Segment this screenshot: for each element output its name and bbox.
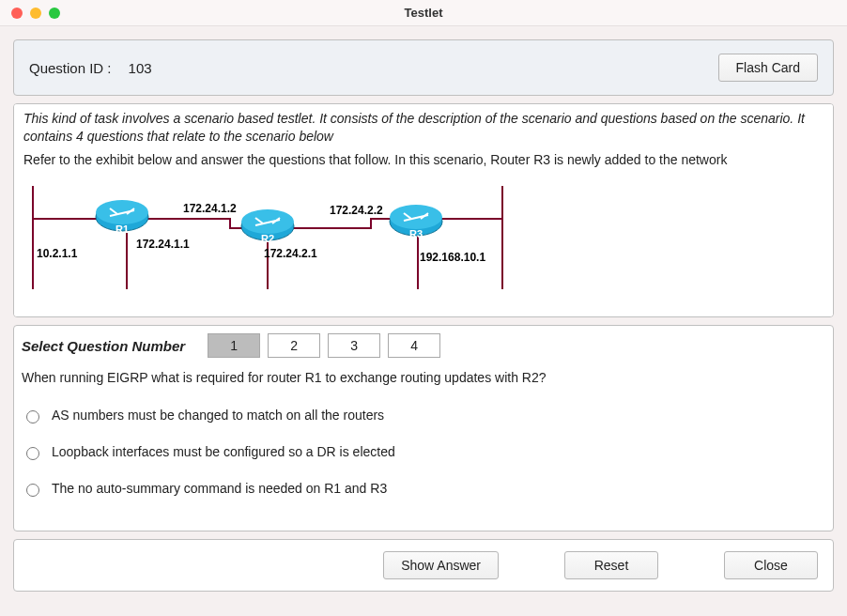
option-row[interactable]: Loopback interfaces must be configured s… [22, 444, 825, 460]
question-id-value: 103 [129, 60, 152, 76]
minimize-window-icon[interactable] [30, 8, 41, 19]
question-id-row: Question ID : 103 [29, 60, 152, 76]
content-area: Question ID : 103 Flash Card This kind o… [0, 26, 847, 616]
ip-r1-right: 172.24.1.1 [136, 238, 190, 251]
question-panel[interactable]: Select Question Number 1 2 3 4 When runn… [13, 325, 834, 531]
option-text-2: Loopback interfaces must be configured s… [52, 444, 395, 459]
reset-button[interactable]: Reset [564, 551, 658, 579]
close-button[interactable]: Close [724, 551, 818, 579]
option-radio-2[interactable] [26, 447, 39, 460]
question-header-panel: Question ID : 103 Flash Card [13, 39, 834, 96]
router-r1-icon: R1 [96, 200, 148, 235]
router-r3-icon: R3 [390, 205, 442, 239]
option-text-1: AS numbers must be changed to match on a… [52, 408, 384, 423]
question-number-row: Select Question Number 1 2 3 4 [22, 333, 825, 358]
option-radio-1[interactable] [26, 410, 39, 424]
flash-card-button[interactable]: Flash Card [718, 54, 818, 82]
question-id-label: Question ID : [29, 60, 112, 76]
window-controls [0, 8, 60, 19]
option-row[interactable]: AS numbers must be changed to match on a… [22, 408, 825, 424]
router-r3-label: R3 [409, 228, 423, 239]
scenario-refer-text: Refer to the exhibit below and answer th… [23, 151, 824, 169]
titlebar: Testlet [0, 0, 847, 26]
question-text: When running EIGRP what is required for … [22, 369, 825, 387]
ip-r2-left: 172.24.1.2 [183, 202, 237, 215]
tab-question-3[interactable]: 3 [328, 333, 380, 358]
router-r2-icon: R2 [241, 209, 294, 244]
tab-question-2[interactable]: 2 [268, 333, 320, 358]
router-r1-label: R1 [116, 223, 129, 235]
ip-r1-left: 10.2.1.1 [37, 247, 78, 260]
ip-r3-left: 172.24.2.2 [330, 204, 383, 217]
option-radio-3[interactable] [26, 484, 39, 497]
scenario-panel[interactable]: This kind of task involves a scenario ba… [13, 103, 834, 317]
footer-panel: Show Answer Reset Close [13, 539, 834, 592]
tab-question-4[interactable]: 4 [388, 333, 440, 358]
ip-r3-right: 192.168.10.1 [420, 251, 485, 264]
scenario-intro-text: This kind of task involves a scenario ba… [23, 110, 824, 146]
network-diagram: R1 R2 [23, 177, 824, 317]
option-text-3: The no auto-summary command is needed on… [52, 481, 387, 496]
tab-question-1[interactable]: 1 [208, 333, 260, 358]
close-window-icon[interactable] [11, 8, 23, 19]
option-row[interactable]: The no auto-summary command is needed on… [22, 481, 825, 497]
router-r2-label: R2 [261, 233, 274, 244]
select-question-label: Select Question Number [22, 338, 185, 354]
show-answer-button[interactable]: Show Answer [383, 551, 499, 579]
question-tabs: 1 2 3 4 [208, 333, 440, 358]
zoom-window-icon[interactable] [49, 8, 60, 19]
window-title: Testlet [0, 6, 847, 20]
ip-r2-right: 172.24.2.1 [264, 247, 317, 260]
